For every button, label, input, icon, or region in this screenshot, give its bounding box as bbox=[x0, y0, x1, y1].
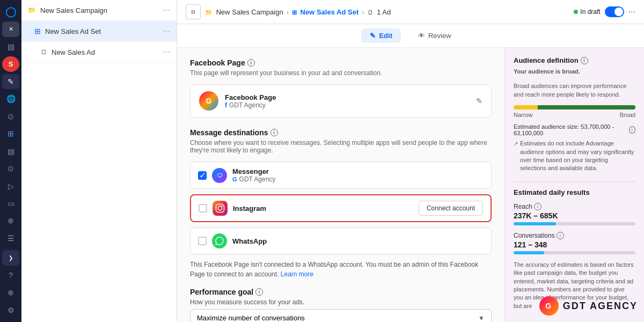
expand-icon[interactable]: ❯ bbox=[2, 250, 19, 265]
fb-page-info-icon[interactable]: i bbox=[247, 59, 255, 67]
narrow-label: Narrow bbox=[514, 112, 532, 118]
user-group-icon[interactable]: ⊕ bbox=[2, 213, 19, 228]
svg-point-4 bbox=[222, 206, 223, 207]
est-daily-title: Estimated daily results bbox=[514, 188, 635, 196]
breadcrumb-campaign[interactable]: 📁 New Sales Campaign bbox=[205, 8, 283, 16]
campaign-tree-item-ad[interactable]: 🗋 New Sales Ad ··· bbox=[21, 42, 177, 63]
audience-def-info-icon[interactable]: i bbox=[581, 57, 588, 64]
bc-folder-icon: 📁 bbox=[205, 9, 213, 16]
question-icon[interactable]: ? bbox=[2, 268, 19, 283]
breadcrumb-adset[interactable]: ⊞ New Sales Ad Set bbox=[292, 8, 358, 16]
facebook-page-card: G Facebook Page f GDT Agency ✎ bbox=[190, 84, 492, 118]
people-icon[interactable]: ⊙ bbox=[2, 161, 19, 176]
page-sub: f GDT Agency bbox=[225, 101, 470, 109]
sidebar-icons: ◯ ✕ ▤ S ✎ 🌐 ⊙ ⊞ ▤ ⊙ ▷ ▭ ⊕ ☰ ❯ ? ⊕ ⚙ bbox=[0, 0, 21, 322]
main-content-area: ⊟ 📁 New Sales Campaign › ⊞ New Sales Ad … bbox=[177, 0, 644, 322]
perf-goal-info-icon[interactable]: i bbox=[255, 288, 263, 296]
page-info: Facebook Page f GDT Agency bbox=[225, 93, 470, 109]
fb-page-section-desc: This page will represent your business i… bbox=[190, 69, 492, 77]
page-edit-icon[interactable]: ✎ bbox=[476, 97, 482, 105]
est-size-info-icon[interactable]: i bbox=[629, 126, 635, 134]
top-bar: ⊟ 📁 New Sales Campaign › ⊞ New Sales Ad … bbox=[177, 0, 644, 24]
right-panel: Audience definition i Your audience is b… bbox=[504, 48, 644, 322]
person-add-icon[interactable]: ⊕ bbox=[2, 285, 19, 300]
draft-label: In draft bbox=[580, 8, 600, 16]
reach-bar-fill bbox=[514, 222, 556, 225]
layers-icon[interactable]: ▤ bbox=[2, 144, 19, 159]
audience-bar: Narrow Broad bbox=[514, 105, 635, 118]
top-more-icon[interactable]: ··· bbox=[628, 7, 635, 17]
chart-icon[interactable]: ▤ bbox=[2, 39, 19, 54]
ad-more-icon[interactable]: ··· bbox=[163, 47, 170, 57]
audience-bar-yellow bbox=[514, 105, 538, 109]
sidebar-toggle-icon: ⊟ bbox=[191, 9, 195, 14]
globe-icon[interactable]: 🌐 bbox=[2, 91, 19, 106]
form-section: Facebook Page i This page will represent… bbox=[177, 48, 504, 322]
audience-broad-label: Your audience is broad. bbox=[514, 68, 635, 76]
campaign-tree-panel: 📁 New Sales Campaign ··· ⊞ New Sales Ad … bbox=[21, 0, 177, 322]
folder-icon: 📁 bbox=[28, 6, 36, 14]
svg-point-3 bbox=[218, 206, 222, 210]
audience-def-title: Audience definition i bbox=[514, 56, 635, 64]
svg-text:G: G bbox=[206, 97, 212, 105]
in-draft-badge: In draft bbox=[574, 8, 600, 16]
breadcrumb-sep-1: › bbox=[287, 8, 289, 16]
fb-page-icon: G bbox=[199, 91, 218, 111]
draft-dot bbox=[574, 10, 578, 14]
breadcrumb-sep-2: › bbox=[362, 8, 364, 16]
edit-pencil-icon[interactable]: ✎ bbox=[2, 74, 19, 89]
connect-account-button[interactable]: Connect account bbox=[419, 201, 483, 216]
audience-bar-green bbox=[538, 105, 635, 109]
watermark: G GDT AGENCY bbox=[539, 296, 638, 316]
truck-icon[interactable]: ▷ bbox=[2, 178, 19, 193]
campaign-tree-item-adset[interactable]: ⊞ New Sales Ad Set ··· bbox=[21, 21, 177, 42]
facebook-page-section-title: Facebook Page i bbox=[190, 58, 492, 67]
card-icon[interactable]: ▭ bbox=[2, 196, 19, 211]
reach-info-icon[interactable]: i bbox=[534, 203, 541, 210]
performance-goal-dropdown[interactable]: Maximize number of conversations ▼ bbox=[190, 309, 492, 322]
perf-goal-title: Performance goal i bbox=[190, 288, 492, 296]
campaign-tree-item-campaign[interactable]: 📁 New Sales Campaign ··· bbox=[21, 0, 177, 21]
watermark-logo: G bbox=[539, 296, 559, 316]
edit-button[interactable]: ✎ Edit bbox=[361, 28, 401, 43]
grid-icon[interactable]: ⊞ bbox=[2, 126, 19, 141]
whatsapp-note: This Facebook Page isn't connected to a … bbox=[190, 260, 492, 279]
learn-more-link[interactable]: Learn more bbox=[281, 270, 313, 278]
meta-logo-icon[interactable]: ◯ bbox=[2, 4, 19, 19]
whatsapp-info: WhatsApp bbox=[232, 237, 267, 245]
review-button[interactable]: 👁 Review bbox=[409, 28, 460, 43]
instagram-icon bbox=[213, 201, 228, 216]
dropdown-arrow-icon: ▼ bbox=[478, 314, 485, 322]
draft-toggle[interactable] bbox=[605, 6, 624, 17]
clock-icon[interactable]: ⊙ bbox=[2, 109, 19, 124]
close-panel-button[interactable]: ✕ bbox=[2, 21, 19, 36]
settings-icon[interactable]: ⚙ bbox=[2, 302, 19, 317]
msg-dest-info-icon[interactable]: i bbox=[270, 129, 278, 136]
audience-bar-track bbox=[514, 105, 635, 109]
conv-info-icon[interactable]: i bbox=[557, 232, 564, 239]
instagram-checkbox[interactable] bbox=[199, 204, 207, 213]
messenger-icon: 🗨 bbox=[212, 168, 227, 183]
broad-label: Broad bbox=[620, 112, 635, 118]
adset-more-icon[interactable]: ··· bbox=[163, 26, 170, 36]
breadcrumb-ad[interactable]: 🗋 1 Ad bbox=[368, 8, 391, 16]
est-size-row: Estimated audience size: 53,700,000 - 63… bbox=[514, 123, 635, 136]
pencil-icon: ✎ bbox=[370, 32, 376, 40]
est-note: ↗ Estimates do not include Advantage aud… bbox=[514, 140, 635, 173]
ad-file-icon: 🗋 bbox=[41, 48, 47, 56]
campaign-more-icon[interactable]: ··· bbox=[163, 5, 170, 15]
top-bar-right: In draft ··· bbox=[574, 6, 635, 17]
messenger-checkbox[interactable]: ✓ bbox=[198, 171, 207, 180]
watermark-text: GDT AGENCY bbox=[563, 301, 638, 312]
breadcrumb-toggle-button[interactable]: ⊟ bbox=[186, 4, 201, 19]
edit-review-bar: ✎ Edit 👁 Review bbox=[177, 24, 644, 48]
instagram-info: Instagram bbox=[233, 204, 266, 213]
whatsapp-checkbox[interactable] bbox=[198, 237, 207, 245]
conversations-bar bbox=[514, 251, 635, 254]
msg-dest-title: Message destinations i bbox=[190, 128, 492, 137]
conversations-label: Conversations i bbox=[514, 232, 635, 239]
panel-divider bbox=[514, 181, 635, 182]
s-profile-icon[interactable]: S bbox=[2, 56, 19, 71]
menu-icon[interactable]: ☰ bbox=[2, 231, 19, 246]
perf-goal-selected: Maximize number of conversations bbox=[197, 314, 305, 322]
